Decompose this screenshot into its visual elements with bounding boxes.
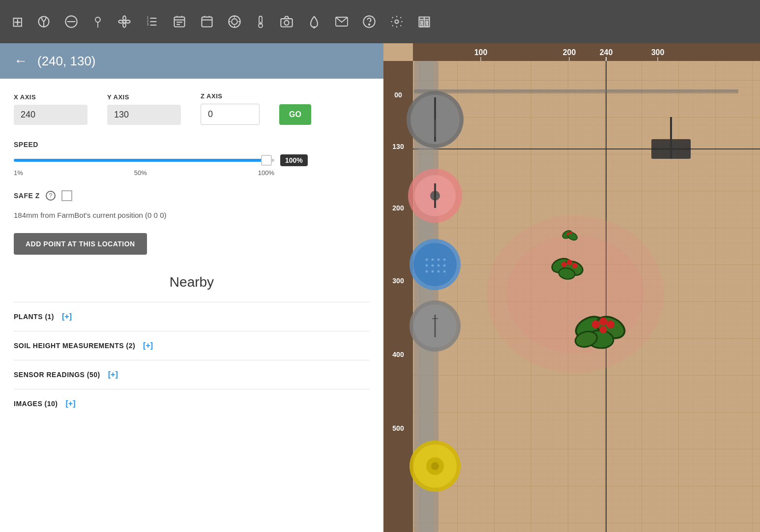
svg-point-90 — [426, 265, 428, 267]
svg-rect-22 — [202, 17, 212, 27]
svg-text:300: 300 — [651, 48, 665, 57]
speed-max-label: 100% — [258, 169, 274, 177]
svg-point-125 — [600, 326, 607, 333]
svg-point-97 — [443, 270, 446, 273]
distance-text: 184mm from FarmBot's current position (0… — [14, 211, 370, 219]
building-icon[interactable] — [417, 15, 431, 29]
svg-point-94 — [426, 270, 428, 273]
x-axis-label: X AXIS — [14, 93, 88, 101]
svg-point-3 — [95, 17, 100, 22]
help-circle-icon[interactable] — [362, 15, 376, 29]
speed-badge: 100% — [280, 154, 308, 166]
camera-icon[interactable] — [280, 15, 293, 29]
header-bar: ← (240, 130) — [0, 43, 383, 79]
svg-rect-53 — [413, 43, 760, 61]
speed-labels: 1% 50% 100% — [14, 169, 274, 177]
nearby-sensor-label: SENSOR READINGS (50) — [14, 371, 100, 379]
svg-point-88 — [438, 259, 440, 261]
nearby-soil-label: SOIL HEIGHT MEASUREMENTS (2) — [14, 342, 135, 350]
speed-slider-container: 100% — [14, 154, 370, 166]
safe-z-label: SAFE Z — [14, 192, 40, 200]
map-svg: 100 200 240 300 00 130 200 300 400 500 — [383, 43, 760, 532]
svg-rect-48 — [421, 24, 423, 27]
x-axis-group: X AXIS — [14, 93, 88, 125]
z-axis-label: Z AXIS — [201, 92, 260, 100]
svg-point-85 — [413, 243, 457, 286]
nearby-plants-label: PLANTS (1) — [14, 313, 54, 321]
list-numbered-icon[interactable]: 123 — [145, 15, 159, 29]
speed-label: SPEED — [14, 141, 370, 148]
svg-point-123 — [599, 318, 608, 326]
no-entry-icon[interactable] — [64, 15, 78, 29]
add-point-button[interactable]: ADD POINT AT THIS LOCATION — [14, 233, 147, 255]
speed-section: SPEED 100% 1% 50% 100% — [14, 141, 370, 177]
nearby-images: IMAGES (10) [+] — [14, 389, 370, 418]
svg-point-115 — [561, 262, 567, 267]
svg-point-95 — [432, 270, 434, 273]
svg-text:500: 500 — [392, 424, 404, 432]
svg-point-117 — [572, 263, 578, 268]
svg-text:100: 100 — [474, 48, 488, 57]
left-panel: ← (240, 130) X AXIS Y AXIS Z AXIS GO — [0, 43, 383, 532]
nearby-title: Nearby — [14, 274, 370, 290]
svg-point-87 — [432, 259, 434, 261]
svg-rect-54 — [383, 61, 413, 532]
toolbar: ⊞ 123 — [0, 0, 760, 43]
svg-point-93 — [443, 265, 446, 267]
z-axis-group: Z AXIS — [201, 92, 260, 125]
svg-text:130: 130 — [392, 143, 404, 150]
svg-point-92 — [438, 265, 440, 267]
speed-min-label: 1% — [14, 169, 23, 177]
svg-rect-46 — [421, 21, 423, 23]
svg-rect-49 — [426, 24, 428, 27]
svg-point-42 — [395, 20, 399, 24]
axis-row: X AXIS Y AXIS Z AXIS GO — [14, 92, 370, 125]
safe-z-checkbox[interactable] — [61, 190, 72, 201]
pin-icon[interactable] — [92, 15, 104, 29]
svg-point-36 — [284, 21, 289, 25]
grid-icon[interactable]: ⊞ — [12, 14, 23, 30]
content-area: X AXIS Y AXIS Z AXIS GO SPEED 100% — [0, 79, 383, 428]
calendar-icon[interactable] — [200, 15, 214, 29]
svg-text:1: 1 — [147, 16, 149, 19]
mail-icon[interactable] — [335, 16, 349, 28]
nearby-sensor: SENSOR READINGS (50) [+] — [14, 360, 370, 389]
go-button[interactable]: GO — [279, 104, 311, 125]
y-axis-input[interactable] — [107, 105, 181, 125]
safe-z-help-icon[interactable]: ? — [46, 191, 56, 201]
nearby-images-add[interactable]: [+] — [66, 399, 76, 408]
flower-icon[interactable] — [117, 15, 131, 29]
nearby-soil-add[interactable]: [+] — [143, 341, 153, 350]
svg-text:00: 00 — [394, 91, 402, 99]
y-axis-label: Y AXIS — [107, 93, 181, 101]
map-panel[interactable]: 100 200 240 300 00 130 200 300 400 500 — [383, 43, 760, 532]
water-drop-icon[interactable] — [307, 15, 321, 29]
nearby-sensor-add[interactable]: [+] — [108, 370, 118, 379]
speed-slider[interactable] — [14, 159, 274, 162]
svg-point-41 — [369, 24, 370, 25]
x-axis-input[interactable] — [14, 105, 88, 125]
svg-text:300: 300 — [392, 277, 404, 285]
svg-point-116 — [567, 260, 572, 265]
svg-point-27 — [232, 19, 237, 25]
z-axis-input[interactable] — [201, 104, 260, 125]
calendar-list-icon[interactable] — [173, 15, 186, 29]
svg-text:400: 400 — [392, 351, 404, 358]
svg-point-111 — [569, 232, 572, 235]
svg-text:240: 240 — [600, 48, 613, 57]
settings-icon[interactable] — [390, 15, 404, 29]
safe-z-row: SAFE Z ? — [14, 190, 370, 201]
svg-text:200: 200 — [392, 204, 404, 212]
thermometer-icon[interactable] — [255, 15, 266, 29]
svg-point-110 — [567, 233, 570, 236]
nearby-soil: SOIL HEIGHT MEASUREMENTS (2) [+] — [14, 331, 370, 360]
svg-point-86 — [426, 259, 428, 261]
nearby-plants: PLANTS (1) [+] — [14, 302, 370, 331]
svg-rect-47 — [426, 21, 428, 23]
target-icon[interactable] — [228, 15, 241, 29]
main-area: ← (240, 130) X AXIS Y AXIS Z AXIS GO — [0, 43, 760, 532]
back-button[interactable]: ← — [14, 53, 28, 69]
y-axis-group: Y AXIS — [107, 93, 181, 125]
plant-icon[interactable] — [37, 15, 51, 29]
nearby-plants-add[interactable]: [+] — [62, 312, 72, 321]
